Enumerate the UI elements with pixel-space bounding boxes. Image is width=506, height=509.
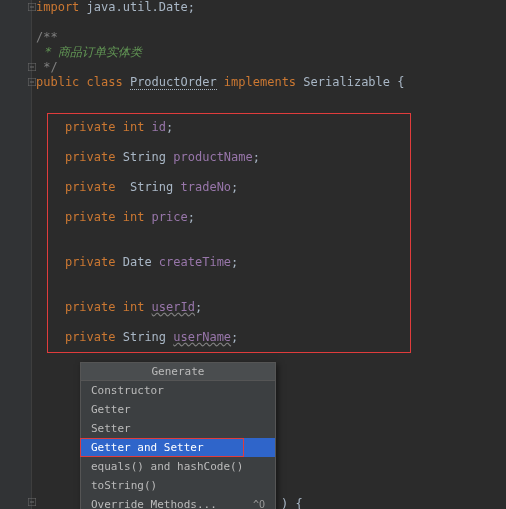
menu-item-setter[interactable]: Setter <box>81 419 275 438</box>
menu-item-label: Override Methods... <box>91 498 217 509</box>
code-line <box>36 90 506 105</box>
code-line: import java.util.Date; <box>36 0 506 15</box>
code-line: */ <box>36 60 506 75</box>
code-line <box>36 15 506 30</box>
popup-title: Generate <box>81 363 275 381</box>
menu-item-constructor[interactable]: Constructor <box>81 381 275 400</box>
code-line: public class ProductOrder implements Ser… <box>36 75 506 90</box>
fold-minus-icon[interactable] <box>28 498 36 506</box>
code-line: * 商品订单实体类 <box>36 45 506 60</box>
menu-item-override[interactable]: Override Methods...^O <box>81 495 275 509</box>
highlight-box-fields <box>47 113 411 353</box>
shortcut-label: ^O <box>253 495 265 509</box>
highlight-box-selected <box>80 438 244 457</box>
menu-item-getter[interactable]: Getter <box>81 400 275 419</box>
code-tail: ) { <box>281 497 303 509</box>
menu-item-tostring[interactable]: toString() <box>81 476 275 495</box>
menu-item-equals-hashcode[interactable]: equals() and hashCode() <box>81 457 275 476</box>
code-line: /** <box>36 30 506 45</box>
generate-popup: Generate Constructor Getter Setter Gette… <box>80 362 276 509</box>
gutter <box>0 0 32 509</box>
